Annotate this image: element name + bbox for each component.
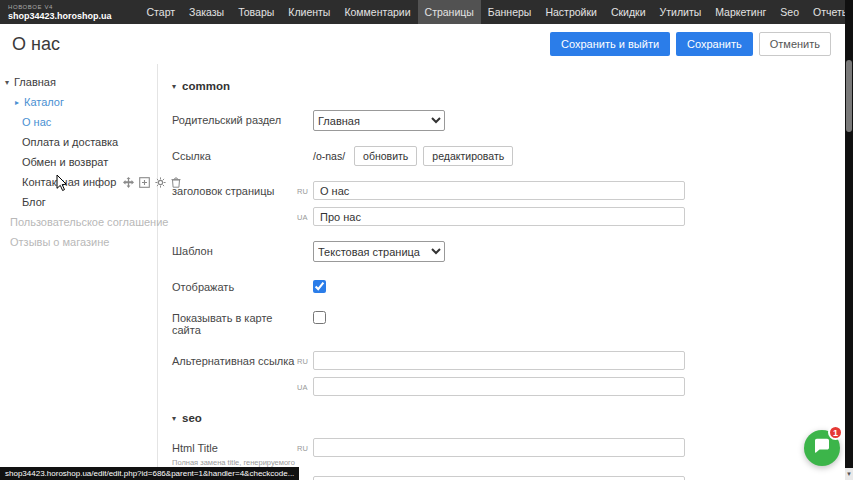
section-common-title: common [182, 80, 230, 92]
chevron-down-icon: ▾ [172, 414, 176, 423]
display-checkbox[interactable] [313, 280, 326, 293]
tree-item-label: Обмен и возврат [22, 156, 108, 168]
lang-gutter [297, 308, 313, 314]
parent-section-row: Родительский раздел Главная [172, 110, 845, 131]
section-seo-title: seo [182, 412, 202, 424]
menu-item-banners[interactable]: Баннеры [481, 0, 539, 24]
chat-widget-button[interactable]: 1 [804, 430, 840, 466]
topbar: НОВОВОЕ V4 shop34423.horoshop.ua Старт З… [0, 0, 853, 24]
html-title-ru-input[interactable] [313, 438, 685, 457]
sitemap-checkbox[interactable] [313, 311, 326, 324]
tree-item-label: О нас [22, 116, 51, 128]
chevron-down-icon[interactable]: ▾ [5, 78, 9, 87]
lang-label-ru: RU [297, 351, 313, 366]
alt-link-ru-input[interactable] [313, 351, 685, 370]
lang-gutter [297, 110, 313, 116]
logo-domain: shop34423.horoshop.ua [8, 11, 112, 21]
menu-item-orders[interactable]: Заказы [182, 0, 231, 24]
page-title-ru-row: заголовок страницы RU [172, 181, 845, 200]
save-and-exit-button[interactable]: Сохранить и выйти [550, 32, 670, 56]
lang-label-ua: UA [297, 476, 313, 480]
save-button[interactable]: Сохранить [676, 32, 753, 56]
section-common-header[interactable]: ▾ common [172, 80, 845, 92]
parent-section-select[interactable]: Главная [313, 110, 445, 131]
header-buttons: Сохранить и выйти Сохранить Отменить [550, 32, 831, 56]
lang-label-ua: UA [297, 207, 313, 222]
html-title-label-wrap: Html Title Полная замена title, генериру… [172, 438, 297, 469]
chevron-right-icon[interactable]: ▸ [15, 98, 19, 107]
template-select[interactable]: Текстовая страница [313, 241, 445, 262]
chat-icon [813, 437, 831, 459]
html-title-ru-row: Html Title Полная замена title, генериру… [172, 438, 845, 469]
lang-gutter [297, 277, 313, 283]
chat-unread-badge: 1 [828, 425, 843, 440]
alt-link-ua-row: UA [172, 377, 845, 396]
section-seo-header[interactable]: ▾ seo [172, 412, 845, 424]
edit-link-button[interactable]: редактировать [423, 146, 513, 166]
sitemap-label: Показывать в карте сайта [172, 308, 297, 336]
scrollbar-thumb[interactable] [846, 60, 852, 132]
template-label: Шаблон [172, 241, 297, 257]
tree-item-store-reviews[interactable]: Отзывы о магазине [0, 232, 157, 252]
tree-item-label: Каталог [24, 96, 64, 108]
page-title-ua-input[interactable] [313, 207, 685, 226]
html-title-ua-input[interactable] [313, 476, 685, 480]
tree-item-label: Оплата и доставка [22, 136, 118, 148]
page-header: О нас Сохранить и выйти Сохранить Отмени… [0, 24, 853, 64]
alt-link-ua-input[interactable] [313, 377, 685, 396]
link-value: /o-nas/ [313, 146, 345, 162]
scrollbar-down-button[interactable]: ▼ [845, 468, 853, 480]
alt-link-label: Альтернативная ссылка [172, 351, 297, 367]
tree-item-user-agreement[interactable]: Пользовательское соглашение [0, 212, 157, 232]
tree-item-label: Отзывы о магазине [10, 236, 109, 248]
menu-item-products[interactable]: Товары [231, 0, 281, 24]
status-url-bar: shop34423.horoshop.ua/edit/edit.php?id=6… [0, 467, 299, 480]
tree-item-payment-delivery[interactable]: Оплата и доставка [0, 132, 157, 152]
template-row: Шаблон Текстовая страница [172, 241, 845, 262]
tree-item-exchange-return[interactable]: Обмен и возврат [0, 152, 157, 172]
lang-gutter [297, 241, 313, 247]
menu-item-pages[interactable]: Страницы [418, 0, 481, 24]
link-row: Ссылка /o-nas/ обновить редактировать [172, 146, 845, 166]
page-title: О нас [12, 34, 60, 55]
menu-item-utilities[interactable]: Утилиты [653, 0, 709, 24]
menu-item-marketing[interactable]: Маркетинг [708, 0, 773, 24]
display-label: Отображать [172, 277, 297, 293]
menu-item-seo[interactable]: Seo [773, 0, 806, 24]
tree-item-label: Контактная инфор [22, 176, 116, 188]
topbar-menu: Старт Заказы Товары Клиенты Комментарии … [140, 0, 853, 24]
lang-gutter [297, 146, 313, 152]
lang-label-ru: RU [297, 438, 313, 453]
menu-item-discounts[interactable]: Скидки [604, 0, 653, 24]
tree-item-label: Главная [14, 76, 56, 88]
refresh-link-button[interactable]: обновить [354, 146, 417, 166]
display-row: Отображать [172, 277, 845, 293]
move-icon[interactable] [123, 177, 134, 188]
app-window: НОВОВОЕ V4 shop34423.horoshop.ua Старт З… [0, 0, 853, 480]
chevron-down-icon: ▾ [172, 82, 176, 91]
page-title-label: заголовок страницы [172, 181, 297, 197]
alt-link-ru-row: Альтернативная ссылка RU [172, 351, 845, 370]
tree-item-blog[interactable]: Блог [0, 192, 157, 212]
html-title-label: Html Title [172, 442, 218, 454]
tree-item-contact-info[interactable]: Контактная инфор [0, 172, 157, 192]
tree-item-label: Блог [22, 196, 46, 208]
menu-item-comments[interactable]: Комментарии [337, 0, 417, 24]
menu-item-clients[interactable]: Клиенты [281, 0, 337, 24]
menu-item-settings[interactable]: Настройки [538, 0, 604, 24]
menu-item-start[interactable]: Старт [140, 0, 183, 24]
logo-version: НОВОВОЕ V4 [8, 4, 112, 11]
logo[interactable]: НОВОВОЕ V4 shop34423.horoshop.ua [0, 0, 122, 24]
lang-label-ua: UA [297, 377, 313, 392]
scrollbar-track[interactable]: ▼ [845, 0, 853, 480]
cancel-button[interactable]: Отменить [759, 32, 831, 56]
lang-label-ru: RU [297, 181, 313, 196]
add-icon[interactable] [139, 177, 150, 188]
page-title-ru-input[interactable] [313, 181, 685, 200]
tree-item-catalog[interactable]: ▸ Каталог [0, 92, 157, 112]
tree-item-label: Пользовательское соглашение [10, 216, 168, 228]
page-title-ua-row: UA [172, 207, 845, 226]
tree-item-about[interactable]: О нас [0, 112, 157, 132]
tree-item-home[interactable]: ▾ Главная [0, 72, 157, 92]
parent-section-label: Родительский раздел [172, 110, 297, 126]
